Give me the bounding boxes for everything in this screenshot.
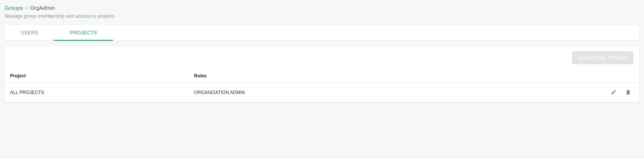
projects-table: Project Roles ALL PROJECTS ORGANIZATION …: [5, 70, 639, 102]
cell-project: ALL PROJECTS: [5, 83, 189, 102]
column-header-project: Project: [5, 70, 189, 83]
table-row: ALL PROJECTS ORGANIZATION ADMIN: [5, 83, 639, 102]
column-header-roles: Roles: [189, 70, 544, 83]
breadcrumb-separator: ›: [26, 5, 27, 11]
tab-users[interactable]: USERS: [5, 25, 54, 41]
cell-actions: [544, 83, 639, 102]
trash-icon[interactable]: [624, 88, 632, 96]
breadcrumb-current: OrgAdmin: [30, 5, 55, 11]
page-subtitle: Manage group membership and access to pr…: [5, 13, 639, 19]
tab-projects[interactable]: PROJECTS: [54, 25, 113, 41]
assign-group-to-project-button[interactable]: Assign Group To Project: [572, 51, 633, 64]
column-header-actions: [544, 70, 639, 83]
pencil-icon[interactable]: [610, 88, 617, 96]
panel-header: Assign Group To Project: [5, 51, 639, 70]
tabs: USERS PROJECTS: [5, 25, 639, 41]
projects-panel: Assign Group To Project Project Roles AL…: [5, 46, 639, 102]
cell-roles: ORGANIZATION ADMIN: [189, 83, 544, 102]
breadcrumb-groups-link[interactable]: Groups: [5, 5, 23, 11]
breadcrumb: Groups › OrgAdmin: [5, 5, 639, 11]
tabs-container: USERS PROJECTS: [5, 25, 639, 41]
